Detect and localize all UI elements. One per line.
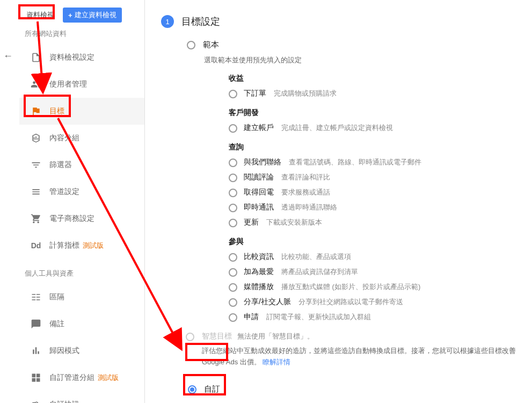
- option-desc: 完成購物或預購請求: [274, 89, 337, 98]
- sidebar-item-label: 使用者管理: [49, 80, 87, 89]
- option-row: 媒體播放播放互動式媒體 (如影片、投影片或產品示範): [229, 282, 527, 292]
- sidebar-subtitle: 所有網站資料: [19, 23, 144, 44]
- option-desc: 分享到社交網路或以電子郵件寄送: [298, 297, 403, 307]
- option-desc: 播放互動式媒體 (如影片、投影片或產品示範): [281, 282, 420, 292]
- option-label: 加為最愛: [244, 267, 274, 277]
- sidebar-item-label: 內容分組: [49, 133, 79, 143]
- sidebar: 資料檢視 + 建立資料檢視 所有網站資料 資料檢視設定使用者管理目標內容分組篩選…: [19, 0, 145, 403]
- view-tab[interactable]: 資料檢視: [21, 8, 60, 22]
- option-row: 申請訂閱電子報、更新快訊或加入群組: [229, 312, 527, 322]
- option-row: 加為最愛將產品或資訊儲存到清單: [229, 267, 527, 277]
- option-group: 客戶開發建立帳戶完成註冊、建立帳戶或設定資料檢視: [229, 108, 527, 133]
- option-radio[interactable]: [229, 174, 237, 182]
- option-label: 比較資訊: [244, 252, 274, 262]
- create-view-button[interactable]: + 建立資料檢視: [63, 8, 122, 23]
- group-title: 查詢: [229, 142, 527, 152]
- segments-icon: [30, 291, 42, 303]
- option-row: 取得回電要求服務或通話: [229, 188, 527, 197]
- back-arrow-icon[interactable]: ←: [3, 51, 13, 62]
- cart-icon: [30, 213, 42, 225]
- content-icon: [30, 132, 42, 144]
- option-group: 參與比較資訊比較功能、產品或選項加為最愛將產品或資訊儲存到清單媒體播放播放互動式…: [229, 237, 527, 322]
- template-desc: 選取範本並使用預先填入的設定: [204, 55, 527, 65]
- sidebar-item-0[interactable]: 資料檢視設定: [19, 44, 144, 71]
- sidebar-item-label: 目標: [49, 106, 64, 116]
- option-row: 比較資訊比較功能、產品或選項: [229, 252, 527, 262]
- option-desc: 將產品或資訊儲存到清單: [281, 267, 358, 277]
- beta-badge: 測試版: [83, 241, 104, 250]
- sidebar-item-4[interactable]: 篩選器: [19, 152, 144, 178]
- option-row: 下訂單完成購物或預購請求: [229, 89, 527, 98]
- template-radio[interactable]: [187, 41, 195, 49]
- main-content: 1 目標設定 範本 選取範本並使用預先填入的設定 收益下訂單完成購物或預購請求客…: [161, 15, 527, 402]
- megaphone-icon: [30, 399, 42, 403]
- channel-icon: [30, 186, 42, 198]
- option-desc: 比較功能、產品或選項: [281, 252, 351, 262]
- option-radio[interactable]: [229, 268, 237, 277]
- sidebar-item-5[interactable]: 管道設定: [19, 178, 144, 205]
- sidebar-item-3[interactable]: 自訂管道分組測試版: [19, 364, 144, 391]
- sidebar-item-2[interactable]: 目標: [19, 98, 144, 125]
- option-radio[interactable]: [229, 253, 237, 262]
- option-radio[interactable]: [229, 204, 237, 212]
- sidebar-item-label: 歸因模式: [49, 346, 79, 356]
- option-row: 即時通訊透過即時通訊聯絡: [229, 203, 527, 212]
- group-title: 客戶開發: [229, 108, 527, 118]
- option-radio[interactable]: [229, 298, 237, 307]
- option-desc: 查看評論和評比: [281, 172, 330, 182]
- option-row: 分享/社交人脈分享到社交網路或以電子郵件寄送: [229, 297, 527, 307]
- option-desc: 完成註冊、建立帳戶或設定資料檢視: [281, 123, 393, 133]
- sidebar-item-1[interactable]: 使用者管理: [19, 71, 144, 98]
- option-label: 與我們聯絡: [244, 157, 281, 167]
- sidebar-item-3[interactable]: 內容分組: [19, 125, 144, 152]
- smart-goal-note: 無法使用「智慧目標」。: [237, 332, 314, 341]
- option-radio[interactable]: [229, 313, 237, 322]
- option-desc: 下載或安裝新版本: [266, 218, 322, 227]
- option-radio[interactable]: [229, 159, 237, 167]
- sidebar-item-2[interactable]: 歸因模式: [19, 337, 144, 364]
- option-radio[interactable]: [229, 283, 237, 292]
- sidebar-item-label: 自訂管道分組: [49, 373, 94, 383]
- option-label: 建立帳戶: [244, 123, 274, 133]
- step-number-badge: 1: [161, 15, 174, 28]
- sidebar-item-label: 區隔: [49, 292, 64, 302]
- template-radio-label: 範本: [203, 40, 219, 50]
- option-desc: 要求服務或通話: [281, 188, 330, 197]
- sidebar-item-4[interactable]: 自訂快訊: [19, 391, 144, 403]
- option-desc: 訂閱電子報、更新快訊或加入群組: [266, 312, 371, 322]
- option-label: 即時通訊: [244, 203, 274, 212]
- option-row: 與我們聯絡查看電話號碼、路線、即時通訊或電子郵件: [229, 157, 527, 167]
- sidebar-item-1[interactable]: 備註: [19, 311, 144, 337]
- option-label: 更新: [244, 218, 259, 227]
- option-label: 申請: [244, 312, 259, 322]
- option-radio[interactable]: [229, 124, 237, 133]
- step-title: 目標設定: [181, 15, 220, 28]
- option-radio[interactable]: [229, 189, 237, 197]
- filter-icon: [30, 159, 42, 171]
- learn-more-link[interactable]: 瞭解詳情: [263, 358, 290, 366]
- group-title: 參與: [229, 237, 527, 247]
- custom-radio-label: 自訂: [204, 384, 220, 394]
- note-icon: [30, 318, 42, 330]
- sidebar-item-label: 篩選器: [49, 160, 72, 170]
- option-radio[interactable]: [229, 219, 237, 227]
- option-row: 閱讀評論查看評論和評比: [229, 172, 527, 182]
- option-row: 更新下載或安裝新版本: [229, 218, 527, 227]
- sidebar-item-7[interactable]: Dd計算指標測試版: [19, 232, 144, 259]
- option-desc: 透過即時通訊聯絡: [281, 203, 337, 212]
- sidebar-item-label: 自訂快訊: [49, 400, 79, 403]
- sidebar-item-label: 管道設定: [49, 187, 79, 197]
- plus-icon: +: [68, 11, 72, 19]
- sidebar-item-0[interactable]: 區隔: [19, 284, 144, 311]
- option-radio[interactable]: [229, 90, 237, 98]
- option-label: 下訂單: [244, 89, 266, 98]
- option-label: 分享/社交人脈: [244, 297, 291, 307]
- custom-radio[interactable]: [188, 385, 196, 394]
- option-group: 收益下訂單完成購物或預購請求: [229, 74, 527, 98]
- attribution-icon: [30, 345, 42, 357]
- personal-tools-section-title: 個人工具與資產: [19, 259, 144, 284]
- smart-goal-radio: [186, 333, 194, 341]
- option-row: 建立帳戶完成註冊、建立帳戶或設定資料檢視: [229, 123, 527, 133]
- option-label: 取得回電: [244, 188, 274, 197]
- sidebar-item-6[interactable]: 電子商務設定: [19, 205, 144, 232]
